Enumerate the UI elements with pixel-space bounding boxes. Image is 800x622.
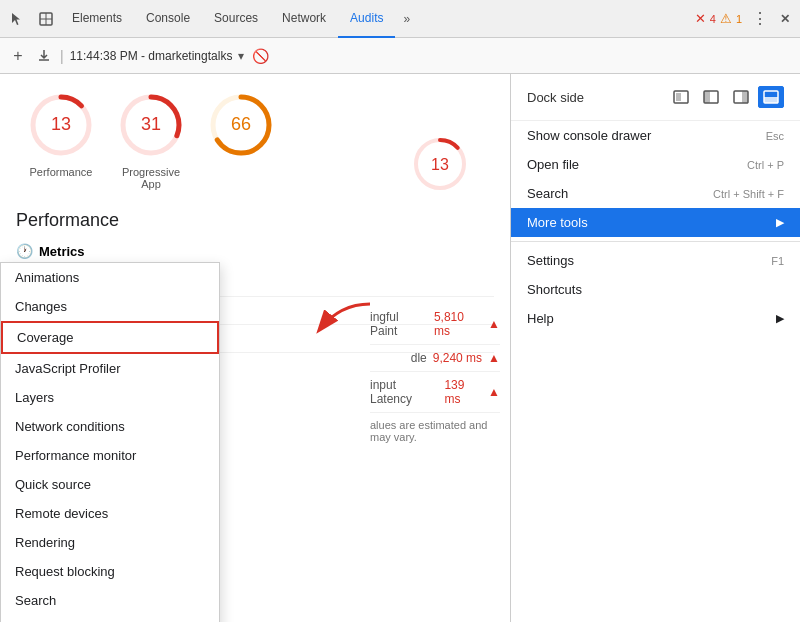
score-label-performance: Performance xyxy=(30,166,93,178)
show-console-shortcut: Esc xyxy=(766,130,784,142)
show-console-label: Show console drawer xyxy=(527,128,651,143)
undock-button[interactable] xyxy=(668,86,694,108)
metrics-note: alues are estimated and may vary. xyxy=(370,419,500,443)
close-devtools-button[interactable]: ✕ xyxy=(774,12,796,26)
right-label-fcp: ingful Paint xyxy=(370,310,428,338)
menu-show-console[interactable]: Show console drawer Esc xyxy=(511,121,800,150)
right-value-fcp: 5,810 ms xyxy=(434,310,482,338)
submenu-request-blocking[interactable]: Request blocking xyxy=(1,557,219,586)
warn-triangle-fcp: ▲ xyxy=(488,317,500,331)
submenu-quick-source[interactable]: Quick source xyxy=(1,470,219,499)
tab-sources[interactable]: Sources xyxy=(202,0,270,38)
search-label: Search xyxy=(527,186,568,201)
dock-left-button[interactable] xyxy=(698,86,724,108)
right-label-si: dle xyxy=(411,351,427,365)
tab-audits[interactable]: Audits xyxy=(338,0,395,38)
performance-title: Performance xyxy=(16,210,494,231)
metrics-label: Metrics xyxy=(39,244,85,259)
error-count: 4 xyxy=(710,13,716,25)
dock-right-button[interactable] xyxy=(728,86,754,108)
submenu-rendering[interactable]: Rendering xyxy=(1,528,219,557)
submenu-js-profiler[interactable]: JavaScript Profiler xyxy=(1,354,219,383)
svg-text:13: 13 xyxy=(51,114,71,134)
menu-settings[interactable]: Settings F1 xyxy=(511,246,800,275)
help-label: Help xyxy=(527,311,554,326)
submenu-changes[interactable]: Changes xyxy=(1,292,219,321)
score-label-pwa: ProgressiveApp xyxy=(122,166,180,190)
submenu-layers[interactable]: Layers xyxy=(1,383,219,412)
settings-label: Settings xyxy=(527,253,574,268)
add-button[interactable]: + xyxy=(8,46,28,66)
open-file-shortcut: Ctrl + P xyxy=(747,159,784,171)
more-tools-label: More tools xyxy=(527,215,588,230)
submenu-search[interactable]: Search xyxy=(1,586,219,615)
submenu-more-tools: Animations Changes Coverage JavaScript P… xyxy=(0,262,220,622)
svg-text:31: 31 xyxy=(141,114,161,134)
request-blocking-label: Request blocking xyxy=(15,564,115,579)
js-profiler-label: JavaScript Profiler xyxy=(15,361,120,376)
dock-row: Dock side xyxy=(511,74,800,121)
tab-elements[interactable]: Elements xyxy=(60,0,134,38)
svg-rect-18 xyxy=(704,91,710,103)
tab-menu-icon[interactable]: ⋮ xyxy=(746,9,774,28)
svg-rect-20 xyxy=(742,91,748,103)
right-panel: Dock side Sh xyxy=(510,74,800,622)
dock-bottom-button[interactable] xyxy=(758,86,784,108)
right-label-tti: input Latency xyxy=(370,378,438,406)
dock-label: Dock side xyxy=(527,90,660,105)
main-area: 13 Performance 31 ProgressiveApp xyxy=(0,74,800,622)
block-icon[interactable]: 🚫 xyxy=(250,46,270,66)
dock-icons xyxy=(668,86,784,108)
submenu-perf-monitor[interactable]: Performance monitor xyxy=(1,441,219,470)
score-performance: 13 Performance xyxy=(26,90,96,190)
svg-text:13: 13 xyxy=(431,156,449,173)
menu-open-file[interactable]: Open file Ctrl + P xyxy=(511,150,800,179)
right-value-tti: 139 ms xyxy=(444,378,482,406)
tab-more[interactable]: » xyxy=(395,12,418,26)
warn-triangle-si: ▲ xyxy=(488,351,500,365)
remote-devices-label: Remote devices xyxy=(15,506,108,521)
right-score-area: 13 xyxy=(390,134,490,194)
tab-console[interactable]: Console xyxy=(134,0,202,38)
perf-monitor-label: Performance monitor xyxy=(15,448,136,463)
menu-divider xyxy=(511,241,800,242)
score-66: 66 xyxy=(206,90,276,190)
submenu-animations[interactable]: Animations xyxy=(1,263,219,292)
svg-rect-16 xyxy=(676,93,681,101)
submenu-remote-devices[interactable]: Remote devices xyxy=(1,499,219,528)
devtools-tab-bar: Elements Console Sources Network Audits … xyxy=(0,0,800,38)
separator: | xyxy=(60,48,64,64)
tab-errors: ✕ 4 ⚠ 1 xyxy=(695,11,742,26)
menu-shortcuts[interactable]: Shortcuts xyxy=(511,275,800,304)
animations-label: Animations xyxy=(15,270,79,285)
submenu-coverage[interactable]: Coverage xyxy=(1,321,219,354)
warn-triangle-tti: ▲ xyxy=(488,385,500,399)
svg-rect-22 xyxy=(764,97,778,103)
url-dropdown-icon[interactable]: ▾ xyxy=(238,49,244,63)
right-value-si: 9,240 ms xyxy=(433,351,482,365)
help-arrow: ▶ xyxy=(776,312,784,325)
search-submenu-label: Search xyxy=(15,593,56,608)
score-circle-66: 66 xyxy=(206,90,276,160)
menu-help[interactable]: Help ▶ xyxy=(511,304,800,333)
cursor-icon[interactable] xyxy=(4,5,32,33)
menu-search[interactable]: Search Ctrl + Shift + F xyxy=(511,179,800,208)
more-tools-arrow: ▶ xyxy=(776,216,784,229)
menu-more-tools[interactable]: More tools ▶ xyxy=(511,208,800,237)
score-circle-performance: 13 xyxy=(26,90,96,160)
warn-icon: ⚠ xyxy=(720,11,732,26)
submenu-network-conditions[interactable]: Network conditions xyxy=(1,412,219,441)
inspect-icon[interactable] xyxy=(32,5,60,33)
coverage-label: Coverage xyxy=(17,330,73,345)
toolbar: + | 11:44:38 PM - dmarketingtalks ▾ 🚫 xyxy=(0,38,800,74)
right-metrics-values: ingful Paint 5,810 ms ▲ dle 9,240 ms ▲ i… xyxy=(370,304,500,443)
metrics-header: 🕐 Metrics xyxy=(16,243,494,259)
submenu-sensors[interactable]: Sensors xyxy=(1,615,219,622)
layers-label: Layers xyxy=(15,390,54,405)
score-circle-pwa: 31 xyxy=(116,90,186,160)
tab-network[interactable]: Network xyxy=(270,0,338,38)
metrics-clock-icon: 🕐 xyxy=(16,243,33,259)
download-icon[interactable] xyxy=(34,46,54,66)
quick-source-label: Quick source xyxy=(15,477,91,492)
settings-shortcut: F1 xyxy=(771,255,784,267)
